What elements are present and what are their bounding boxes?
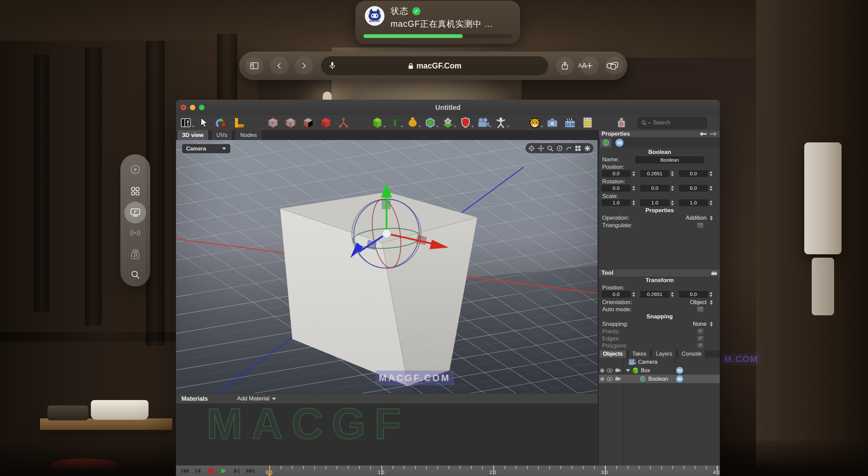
stepper[interactable] xyxy=(632,199,636,206)
tool-position-y-field[interactable]: 0.2651 xyxy=(640,291,669,298)
tab-object-properties[interactable] xyxy=(600,138,612,147)
add-lathe-button[interactable] xyxy=(407,117,419,129)
stepper[interactable] xyxy=(670,291,674,298)
polygon-mode-button[interactable] xyxy=(302,117,314,129)
render-camera-button[interactable] xyxy=(546,117,558,129)
selection-dot-icon[interactable] xyxy=(600,377,604,381)
selection-dot-icon[interactable] xyxy=(600,369,604,373)
position-y-field[interactable]: 0.2651 xyxy=(640,170,669,177)
search-button[interactable] xyxy=(130,269,141,280)
operation-value[interactable]: Addition xyxy=(667,215,707,221)
material-badge[interactable]: m xyxy=(676,367,683,374)
triangulate-checkbox[interactable] xyxy=(697,222,704,228)
cheetah-render-button[interactable] xyxy=(529,117,541,129)
tabs-overview-button[interactable] xyxy=(605,57,624,75)
operation-dropdown-icon[interactable] xyxy=(709,215,713,221)
point-mode-button[interactable] xyxy=(267,117,279,129)
stepper[interactable] xyxy=(670,185,674,192)
timeline-ruler[interactable] xyxy=(270,466,720,469)
add-particles-button[interactable] xyxy=(442,117,454,129)
object-row-camera[interactable]: Camera xyxy=(599,358,720,366)
material-badge[interactable]: m xyxy=(676,375,683,382)
back-button[interactable] xyxy=(270,57,289,75)
tool-panel-icon[interactable] xyxy=(711,271,717,275)
position-x-field[interactable]: 0.0 xyxy=(601,170,631,177)
status-notification[interactable]: MACGF 状态 ✓ macGF正在真机实测中 ... xyxy=(355,1,520,44)
playhead[interactable] xyxy=(269,465,270,474)
pan-view-icon[interactable] xyxy=(538,145,544,152)
dynamics-button[interactable]: D xyxy=(615,117,628,129)
center-view-icon[interactable] xyxy=(528,145,535,152)
address-bar[interactable]: macGF.Com AAAA xyxy=(321,56,548,75)
tab-takes[interactable]: Takes xyxy=(629,350,650,358)
rotation-x-field[interactable]: 0.0 xyxy=(601,185,631,192)
record-button[interactable] xyxy=(206,467,215,475)
object-mode-button[interactable] xyxy=(320,117,332,129)
orientation-dropdown-icon[interactable] xyxy=(709,299,713,306)
stepper[interactable] xyxy=(632,291,636,298)
stepper[interactable] xyxy=(709,185,713,192)
screen-mirroring-button[interactable] xyxy=(130,207,141,218)
stepper[interactable] xyxy=(709,170,713,177)
viewport-settings-icon[interactable] xyxy=(584,145,591,152)
gizmo-y-arrowhead[interactable] xyxy=(381,183,392,198)
next-frame-button[interactable] xyxy=(232,467,241,475)
stepper[interactable] xyxy=(632,170,636,177)
stepper[interactable] xyxy=(670,170,674,177)
search-input[interactable] xyxy=(652,119,694,126)
axis-mode-button[interactable] xyxy=(337,117,350,129)
sidebar-toggle-button[interactable] xyxy=(245,57,263,75)
snapping-value[interactable]: None xyxy=(667,321,707,328)
add-polygon-button[interactable] xyxy=(371,117,383,129)
materials-area[interactable]: MACGF xyxy=(176,403,597,465)
add-text-button[interactable]: T xyxy=(389,117,401,129)
stepper[interactable] xyxy=(632,185,636,192)
stepper[interactable] xyxy=(709,199,713,206)
snapping-dropdown-icon[interactable] xyxy=(709,321,713,328)
tab-material-properties[interactable]: m xyxy=(614,138,625,147)
object-row-boolean[interactable]: Boolean m xyxy=(599,375,720,383)
add-boolean-button[interactable] xyxy=(424,117,436,129)
titlebar[interactable]: Untitled xyxy=(176,100,720,116)
tab-objects[interactable]: Objects xyxy=(599,350,626,358)
music-library-button[interactable] xyxy=(130,249,141,260)
go-to-start-button[interactable] xyxy=(181,467,190,475)
tab-console[interactable]: Console xyxy=(678,350,705,358)
viewport-canvas[interactable] xyxy=(176,140,597,393)
name-field[interactable]: Boolean xyxy=(635,156,704,163)
measure-tool-button[interactable] xyxy=(233,117,245,129)
go-to-end-button[interactable] xyxy=(246,467,255,475)
box-object[interactable] xyxy=(280,192,477,386)
visibility-eye-icon[interactable] xyxy=(607,377,613,381)
viewport-3d[interactable]: Camera MACGF.COM xyxy=(176,140,597,393)
stepper[interactable] xyxy=(709,291,713,298)
position-z-field[interactable]: 0.0 xyxy=(679,170,708,177)
rotation-z-field[interactable]: 0.0 xyxy=(679,185,708,192)
tab-layers[interactable]: Layers xyxy=(652,350,675,358)
add-character-button[interactable] xyxy=(495,117,507,129)
apps-button[interactable] xyxy=(130,185,141,197)
tab-uvs[interactable]: UVs xyxy=(212,130,232,140)
back-arrow-icon[interactable] xyxy=(699,132,707,136)
transform-tool-button[interactable] xyxy=(215,117,228,129)
stepper[interactable] xyxy=(670,199,674,206)
edges-checkbox[interactable] xyxy=(697,336,704,341)
zoom-view-icon[interactable] xyxy=(547,145,553,152)
forward-button[interactable] xyxy=(295,57,313,75)
tool-position-x-field[interactable]: 0.0 xyxy=(601,291,631,298)
undo-view-icon[interactable] xyxy=(566,145,572,152)
orientation-value[interactable]: Object xyxy=(667,299,707,306)
visibility-eye-icon[interactable] xyxy=(607,369,613,373)
tab-nodes[interactable]: Nodes xyxy=(235,130,261,140)
render-movie-button[interactable]: 12:34 xyxy=(564,117,576,129)
tool-position-z-field[interactable]: 0.0 xyxy=(679,291,708,298)
add-modifier-button[interactable] xyxy=(459,117,472,129)
gizmo-center-handle[interactable] xyxy=(382,230,391,238)
forward-arrow-icon[interactable] xyxy=(710,132,717,136)
new-tab-button[interactable] xyxy=(580,57,599,75)
select-tool-button[interactable] xyxy=(198,117,210,129)
share-button[interactable] xyxy=(556,57,574,75)
edge-mode-button[interactable] xyxy=(284,117,297,129)
play-button[interactable] xyxy=(219,467,228,475)
tab-3d-view[interactable]: 3D view xyxy=(177,130,208,140)
